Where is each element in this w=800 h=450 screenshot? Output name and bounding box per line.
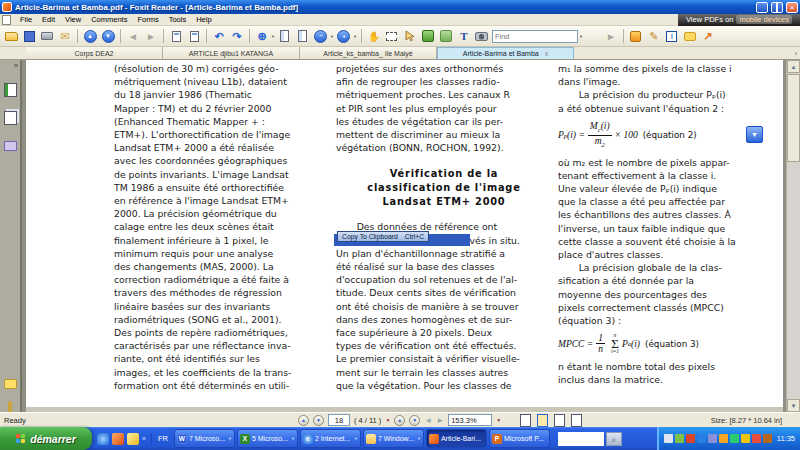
pdf-page[interactable]: (résolution de 30 m) corrigées géo- métr… [26,60,783,407]
previous-view-icon[interactable]: ◄ [424,416,432,425]
save-button[interactable] [21,28,37,44]
hand-tool-button[interactable]: ✋ [366,28,382,44]
taskbar-clock[interactable]: 11:35 [777,434,795,443]
tray-shield-icon[interactable] [730,434,739,443]
text-viewer-button[interactable]: T [456,28,472,44]
arrow-tool-button[interactable]: ↗ [700,28,716,44]
select-text-button[interactable] [420,28,436,44]
tab-corps-dea2[interactable]: Corps DEA2 [26,47,163,59]
next-page-button[interactable]: ▲ [394,415,405,426]
highlight-tool-button[interactable] [628,28,644,44]
tray-orange-icon[interactable] [719,434,728,443]
single-page-layout-button[interactable] [520,414,531,427]
search-icon[interactable]: ⌕ [606,432,622,446]
zoom-in-button[interactable]: + [336,28,352,44]
floating-scroll-down-button[interactable]: ▼ [746,126,763,143]
restore-button[interactable] [771,2,783,13]
taskbar-group-windows[interactable]: 7 Window...▼ [363,429,424,448]
menu-view[interactable]: View [60,15,86,24]
vertical-scrollbar[interactable]: ▲ ▼ [786,60,800,412]
menu-file[interactable]: File [15,15,37,24]
minimize-button[interactable] [756,2,768,13]
next-view-icon[interactable]: ► [436,416,444,425]
quick-launch-ie-icon[interactable] [97,433,109,445]
pages-panel-button[interactable] [4,111,17,125]
note-tool-button[interactable] [682,28,698,44]
redo-button[interactable]: ↷ [229,28,245,44]
snapshot-button[interactable] [474,28,490,44]
quick-launch-more-icon[interactable]: » [142,435,146,442]
document-menu-icon[interactable] [2,15,11,25]
tray-brown-icon[interactable] [763,434,772,443]
start-button[interactable]: démarrer [0,427,92,450]
page-dropdown-icon[interactable]: ▼ [385,417,390,423]
selected-text-line[interactable]: été obtenues à partir de relevés in situ… [336,234,552,247]
previous-view-button[interactable]: ◄ [125,28,141,44]
tab-article-barima[interactable]: Article-Barima et Bamba x [437,47,574,59]
next-page-button[interactable]: ▼ [100,28,116,44]
attachments-panel-button[interactable] [8,403,12,412]
deskband-search-input[interactable] [558,432,604,446]
undo-button[interactable]: ↶ [211,28,227,44]
find-next-button[interactable]: ► [603,28,619,44]
panel-collapse-icon[interactable]: » [14,62,20,69]
tab-overflow-icon[interactable]: › [795,50,800,57]
menu-comments[interactable]: Comments [86,15,132,24]
zoom-level-box[interactable]: 153.3% [448,414,492,426]
open-button[interactable] [3,28,19,44]
zoom-in-dropdown[interactable]: ▼ [353,34,357,39]
menu-help[interactable]: Help [191,15,216,24]
find-previous-button[interactable] [585,28,601,44]
pencil-tool-button[interactable]: ✎ [646,28,662,44]
menu-tools[interactable]: Tools [164,15,192,24]
foxit-app-icon[interactable] [2,2,12,12]
taskbar-group-excel[interactable]: X5 Microso...▼ [237,429,298,448]
previous-page-button[interactable]: ▲ [82,28,98,44]
taskbar-button-foxit[interactable]: Article-Bari... [426,429,487,448]
continuous-facing-layout-button[interactable] [571,414,582,427]
continuous-view-button[interactable] [295,28,311,44]
taskbar-button-powerpoint[interactable]: PMicrosoft P... [489,429,550,448]
zoom-tool-button[interactable]: ⊕ [254,28,270,44]
comments-panel-button[interactable] [4,379,17,389]
next-view-button[interactable]: ► [143,28,159,44]
zoom-out-button[interactable]: − [313,28,329,44]
menu-edit[interactable]: Edit [37,15,60,24]
taskbar-group-internet[interactable]: e2 Internet...▼ [300,429,361,448]
scroll-down-button[interactable]: ▼ [787,399,800,412]
mobile-pdf-banner[interactable]: View PDFs on mobile devices [678,14,800,26]
quick-launch-app2-icon[interactable] [127,433,139,445]
print-button[interactable] [39,28,55,44]
tray-display-icon[interactable] [664,434,673,443]
scrollbar-thumb[interactable] [787,74,800,162]
tray-purple-icon[interactable] [708,434,717,443]
layers-panel-button[interactable] [4,141,17,151]
zoom-tool-dropdown[interactable]: ▼ [271,34,275,39]
find-input[interactable] [492,30,578,43]
zoom-dropdown-icon[interactable]: ▼ [496,417,501,423]
marquee-zoom-button[interactable] [384,28,400,44]
close-button[interactable]: × [786,2,798,13]
first-page-button[interactable]: ▲ [298,415,309,426]
typewriter-tool-button[interactable]: I [664,28,680,44]
tab-article-katanga[interactable]: ARTICLE djibu1 KATANGA [163,47,300,59]
email-button[interactable]: ✉ [57,28,73,44]
single-page-view-button[interactable] [277,28,293,44]
tab-close-icon[interactable]: x [545,50,549,57]
previous-page-button[interactable]: ▼ [313,415,324,426]
language-indicator[interactable]: FR [152,434,174,443]
menu-forms[interactable]: Forms [132,15,163,24]
extract-pages-button[interactable] [186,28,202,44]
scroll-up-button[interactable]: ▲ [787,60,800,73]
tray-yellow-icon[interactable] [741,434,750,443]
tray-green-icon[interactable] [675,434,684,443]
page-number-box[interactable]: 18 [328,414,350,426]
taskbar-group-word[interactable]: W7 Microso...▼ [174,429,235,448]
last-page-button[interactable]: ▼ [409,415,420,426]
select-annotation-button[interactable] [438,28,454,44]
select-tool-button[interactable] [402,28,418,44]
facing-layout-button[interactable] [554,414,565,427]
tab-article-ks-bamba[interactable]: Article_ks_bamba_ Ile Maiyé [300,47,437,59]
insert-pages-button[interactable] [168,28,184,44]
zoom-out-dropdown[interactable]: ▼ [330,34,334,39]
